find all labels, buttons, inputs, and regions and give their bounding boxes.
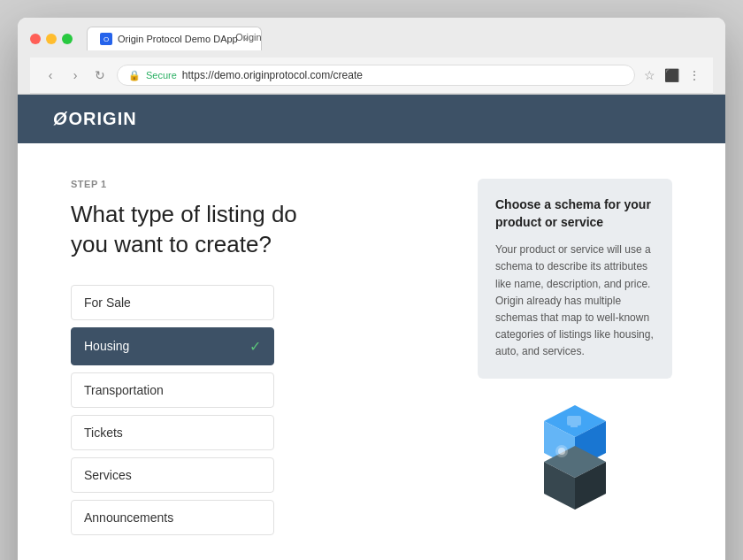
extension-icon[interactable]: ⬛ [664, 68, 679, 82]
tab-title: Origin Protocol Demo DApp [118, 34, 238, 44]
option-transportation[interactable]: Transportation [71, 372, 274, 408]
option-services-label: Services [84, 468, 132, 482]
info-box-text: Your product or service will use a schem… [495, 242, 655, 360]
info-box-title: Choose a schema for your product or serv… [495, 196, 655, 231]
illustration [478, 396, 672, 511]
cubes-illustration [517, 396, 632, 511]
back-button[interactable]: ‹ [42, 67, 58, 83]
option-services[interactable]: Services [71, 457, 274, 493]
app-main: STEP 1 What type of listing do you want … [18, 143, 725, 560]
browser-window: O Origin Protocol Demo DApp × Origin ‹ ›… [18, 18, 725, 560]
svg-rect-9 [571, 426, 578, 427]
url-bar[interactable]: 🔒 Secure https://demo.originprotocol.com… [117, 65, 635, 86]
refresh-button[interactable]: ↻ [92, 67, 108, 83]
option-housing-label: Housing [84, 339, 129, 353]
address-bar: ‹ › ↻ 🔒 Secure https://demo.originprotoc… [30, 58, 713, 94]
housing-check-icon: ✓ [249, 338, 261, 355]
app-content: ØORIGIN STEP 1 What type of listing do y… [18, 95, 725, 560]
listing-options: For Sale Housing ✓ Transportation Ticket… [71, 285, 274, 535]
url-address: https://demo.originprotocol.com/create [182, 69, 363, 81]
forward-button[interactable]: › [67, 67, 83, 83]
option-tickets-label: Tickets [84, 426, 123, 440]
left-panel: STEP 1 What type of listing do you want … [71, 179, 442, 560]
option-transportation-label: Transportation [84, 383, 164, 397]
svg-rect-8 [567, 416, 581, 426]
step-label: STEP 1 [71, 179, 442, 189]
option-for-sale-label: For Sale [84, 295, 131, 310]
logo-text: ORIGIN [69, 109, 137, 128]
svg-point-7 [558, 448, 565, 455]
secure-icon: 🔒 [128, 70, 141, 81]
secure-label: Secure [146, 70, 177, 81]
logo-symbol: Ø [53, 109, 68, 128]
option-announcements-label: Announcements [84, 510, 173, 525]
app-nav: ØORIGIN [18, 95, 725, 143]
minimize-dot[interactable] [46, 34, 57, 44]
tab-favicon: O [100, 33, 112, 45]
browser-controls: O Origin Protocol Demo DApp × Origin [30, 27, 713, 50]
browser-titlebar: O Origin Protocol Demo DApp × Origin ‹ ›… [18, 18, 725, 95]
option-tickets[interactable]: Tickets [71, 415, 274, 450]
window-title: Origin [235, 32, 261, 42]
right-panel: Choose a schema for your product or serv… [478, 179, 672, 560]
app-logo: ØORIGIN [53, 109, 137, 129]
browser-action-icons: ☆ ⬛ ⋮ [644, 68, 701, 82]
maximize-dot[interactable] [62, 34, 73, 44]
tab-bar: O Origin Protocol Demo DApp × Origin [87, 27, 262, 50]
info-box: Choose a schema for your product or serv… [478, 179, 672, 379]
option-announcements[interactable]: Announcements [71, 500, 274, 535]
option-for-sale[interactable]: For Sale [71, 285, 274, 320]
main-question: What type of listing do you want to crea… [71, 200, 318, 260]
close-dot[interactable] [30, 34, 41, 44]
menu-icon[interactable]: ⋮ [688, 68, 701, 82]
star-icon[interactable]: ☆ [644, 68, 655, 82]
option-housing[interactable]: Housing ✓ [71, 327, 274, 365]
